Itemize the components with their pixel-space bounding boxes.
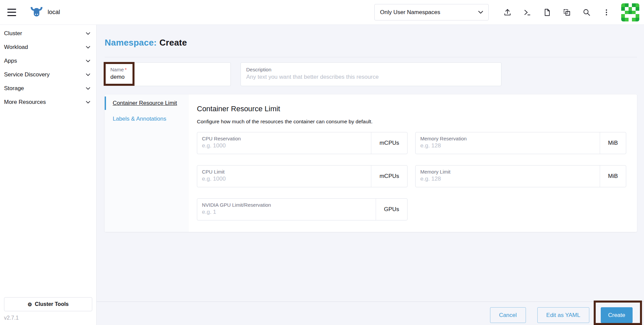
tab-label: Container Resource Limit (113, 100, 177, 107)
name-input[interactable] (110, 74, 225, 80)
nvidia-gpu-input[interactable] (202, 209, 371, 215)
nvidia-gpu-field[interactable]: NVIDIA GPU Limit/Reservation GPUs (197, 198, 408, 220)
description-field[interactable]: Description (240, 62, 501, 86)
cpu-limit-unit: mCPUs (371, 166, 407, 187)
gear-icon: ⚙ (28, 302, 32, 307)
sidebar-item-apps[interactable]: Apps (0, 54, 96, 68)
chevron-down-icon (86, 101, 90, 104)
sidebar-item-label: Cluster (4, 30, 22, 37)
footer-divider (97, 302, 644, 302)
tab-labels-annotations[interactable]: Labels & Annotations (105, 112, 189, 126)
chevron-down-icon (86, 46, 90, 49)
name-label-text: Name (110, 67, 124, 72)
kebab-menu-button[interactable] (601, 7, 611, 17)
memory-reservation-label: Memory Reservation (420, 136, 595, 141)
cpu-reservation-input[interactable] (202, 142, 366, 149)
chevron-down-icon (86, 60, 90, 62)
footer-actions: Cancel Edit as YAML Create (490, 307, 633, 323)
memory-reservation-field[interactable]: Memory Reservation MiB (415, 132, 626, 154)
chevron-down-icon (86, 32, 90, 35)
sidebar-item-label: Service Discovery (4, 71, 50, 78)
chevron-down-icon (86, 73, 90, 76)
namespace-filter-select[interactable]: Only User Namespaces (374, 4, 489, 20)
cluster-brand[interactable]: local (30, 7, 60, 17)
section-description: Configure how much of the resources the … (197, 119, 629, 125)
hamburger-menu-button[interactable] (7, 8, 17, 16)
sidebar-item-workload[interactable]: Workload (0, 40, 96, 54)
upload-icon (503, 8, 512, 17)
identicon-avatar-icon (621, 3, 639, 21)
namespace-filter-value: Only User Namespaces (380, 9, 440, 16)
memory-limit-input[interactable] (420, 176, 595, 182)
description-input[interactable] (246, 74, 496, 80)
field-main: Memory Reservation (416, 132, 600, 154)
memory-limit-label: Memory Limit (420, 169, 595, 175)
memory-reservation-unit: MiB (600, 132, 626, 154)
sidebar-item-label: Workload (4, 44, 28, 51)
required-asterisk: * (125, 67, 127, 72)
name-field-label: Name* (110, 67, 225, 72)
sidebar-item-service-discovery[interactable]: Service Discovery (0, 68, 96, 81)
resource-fields-grid: CPU Reservation mCPUs Memory Reservation… (197, 132, 629, 220)
sidebar-item-label: More Resources (4, 99, 46, 106)
file-icon (543, 8, 551, 17)
version-label: v2.7.1 (4, 315, 19, 321)
sidebar-item-label: Apps (4, 58, 17, 64)
kebab-icon (602, 8, 611, 17)
cpu-limit-input[interactable] (202, 176, 366, 182)
kubeconfig-file-button[interactable] (542, 7, 552, 17)
field-main: CPU Limit (197, 166, 371, 187)
sidebar-item-more-resources[interactable]: More Resources (0, 95, 96, 109)
field-main: Memory Limit (416, 166, 600, 187)
nvidia-gpu-label: NVIDIA GPU Limit/Reservation (202, 202, 371, 208)
edit-as-yaml-button[interactable]: Edit as YAML (537, 307, 589, 323)
cpu-reservation-label: CPU Reservation (202, 136, 366, 141)
main-content: Namespace:Create Name* Description Conta… (97, 25, 644, 325)
memory-limit-unit: MiB (600, 166, 626, 187)
tab-container-resource-limit[interactable]: Container Resource Limit (105, 96, 189, 110)
sidebar-item-cluster[interactable]: Cluster (0, 26, 96, 40)
sidebar-nav: Cluster Workload Apps Service Discovery … (0, 25, 96, 109)
memory-limit-field[interactable]: Memory Limit MiB (415, 165, 626, 187)
sidebar-item-storage[interactable]: Storage (0, 81, 96, 95)
card-tab-column: Container Resource Limit Labels & Annota… (105, 94, 189, 232)
search-icon (582, 8, 591, 17)
description-field-label: Description (246, 67, 496, 72)
cpu-limit-field[interactable]: CPU Limit mCPUs (197, 165, 408, 187)
sidebar: Cluster Workload Apps Service Discovery … (0, 25, 97, 325)
cluster-name-label: local (48, 9, 60, 16)
cpu-limit-label: CPU Limit (202, 169, 366, 175)
cluster-tools-button[interactable]: ⚙ Cluster Tools (4, 297, 92, 311)
copy-kubeconfig-button[interactable] (562, 7, 572, 17)
card-body: Container Resource Limit Configure how m… (189, 94, 637, 232)
memory-reservation-input[interactable] (420, 142, 595, 149)
cpu-reservation-unit: mCPUs (371, 132, 407, 154)
tab-label: Labels & Annotations (113, 116, 166, 122)
cpu-reservation-field[interactable]: CPU Reservation mCPUs (197, 132, 408, 154)
topbar-actions: Only User Namespaces (374, 3, 639, 21)
page-title-resource: Namespace: (105, 38, 157, 48)
page-title-action: Create (159, 38, 187, 48)
page-title: Namespace:Create (105, 38, 187, 48)
top-header: local Only User Namespaces (0, 0, 644, 25)
cancel-button[interactable]: Cancel (490, 307, 526, 323)
kubectl-shell-button[interactable] (522, 7, 532, 17)
terminal-icon (523, 8, 532, 17)
cluster-tools-label: Cluster Tools (35, 301, 69, 307)
title-divider (105, 57, 637, 57)
create-button[interactable]: Create (601, 307, 633, 323)
nvidia-gpu-unit: GPUs (376, 199, 407, 220)
field-main: NVIDIA GPU Limit/Reservation (197, 199, 376, 220)
search-button[interactable] (582, 7, 592, 17)
chevron-down-icon (86, 87, 90, 90)
name-description-row: Name* Description (105, 62, 501, 86)
section-heading: Container Resource Limit (197, 105, 629, 113)
rancher-logo-icon (30, 7, 44, 17)
copy-icon (562, 8, 571, 17)
name-field[interactable]: Name* (105, 62, 231, 86)
import-yaml-button[interactable] (502, 7, 513, 17)
resource-card: Container Resource Limit Labels & Annota… (105, 94, 637, 232)
user-avatar[interactable] (621, 3, 639, 21)
field-main: CPU Reservation (197, 132, 371, 154)
sidebar-item-label: Storage (4, 85, 24, 92)
